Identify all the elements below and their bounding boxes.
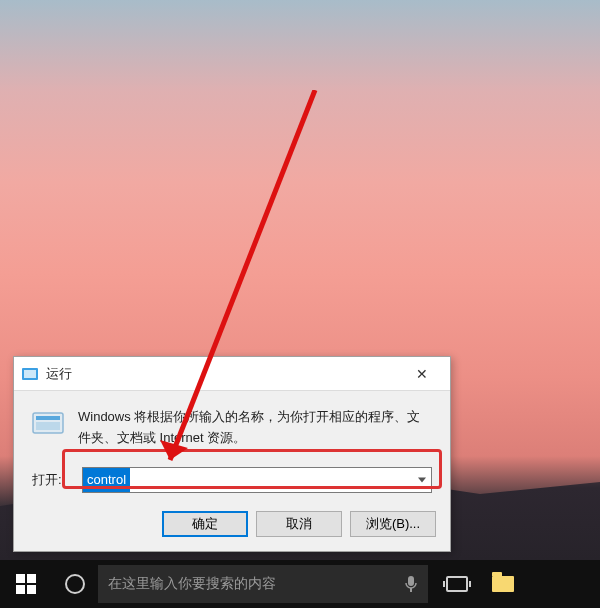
svg-rect-7 — [16, 574, 25, 583]
task-view-button[interactable] — [434, 560, 480, 608]
run-dialog: 运行 ✕ Windows 将根据你所输入的名称，为你打开相应的程序、文件夹、文档… — [13, 356, 451, 552]
run-title-icon — [22, 366, 38, 382]
start-button[interactable] — [0, 560, 52, 608]
cortana-icon — [65, 574, 85, 594]
cancel-label: 取消 — [286, 515, 312, 533]
svg-rect-8 — [27, 574, 36, 583]
cancel-button[interactable]: 取消 — [256, 511, 342, 537]
taskbar-search[interactable]: 在这里输入你要搜索的内容 — [98, 565, 428, 603]
desktop: 运行 ✕ Windows 将根据你所输入的名称，为你打开相应的程序、文件夹、文档… — [0, 0, 600, 608]
taskbar-app-explorer[interactable] — [480, 560, 526, 608]
svg-rect-9 — [16, 585, 25, 594]
microphone-icon[interactable] — [404, 575, 418, 593]
windows-icon — [16, 574, 36, 594]
svg-rect-11 — [408, 576, 414, 586]
svg-rect-3 — [36, 416, 60, 420]
search-placeholder: 在这里输入你要搜索的内容 — [108, 575, 276, 593]
close-icon: ✕ — [416, 366, 428, 382]
svg-rect-4 — [36, 422, 60, 430]
titlebar[interactable]: 运行 ✕ — [14, 357, 450, 391]
svg-rect-12 — [410, 588, 412, 592]
open-combobox[interactable]: control — [82, 467, 432, 493]
task-view-icon — [446, 576, 468, 592]
ok-label: 确定 — [192, 515, 218, 533]
dialog-body: Windows 将根据你所输入的名称，为你打开相应的程序、文件夹、文档或 Int… — [14, 391, 450, 501]
svg-rect-1 — [24, 370, 36, 378]
cortana-button[interactable] — [52, 560, 98, 608]
run-app-icon — [32, 409, 66, 437]
dialog-button-row: 确定 取消 浏览(B)... — [14, 501, 450, 551]
dialog-title: 运行 — [46, 365, 72, 383]
ok-button[interactable]: 确定 — [162, 511, 248, 537]
close-button[interactable]: ✕ — [400, 359, 444, 389]
dialog-description: Windows 将根据你所输入的名称，为你打开相应的程序、文件夹、文档或 Int… — [78, 407, 432, 449]
folder-icon — [492, 576, 514, 592]
browse-button[interactable]: 浏览(B)... — [350, 511, 436, 537]
taskbar: 在这里输入你要搜索的内容 — [0, 560, 600, 608]
open-input[interactable] — [82, 467, 432, 493]
browse-label: 浏览(B)... — [366, 515, 420, 533]
open-label: 打开: — [32, 471, 72, 489]
svg-rect-10 — [27, 585, 36, 594]
